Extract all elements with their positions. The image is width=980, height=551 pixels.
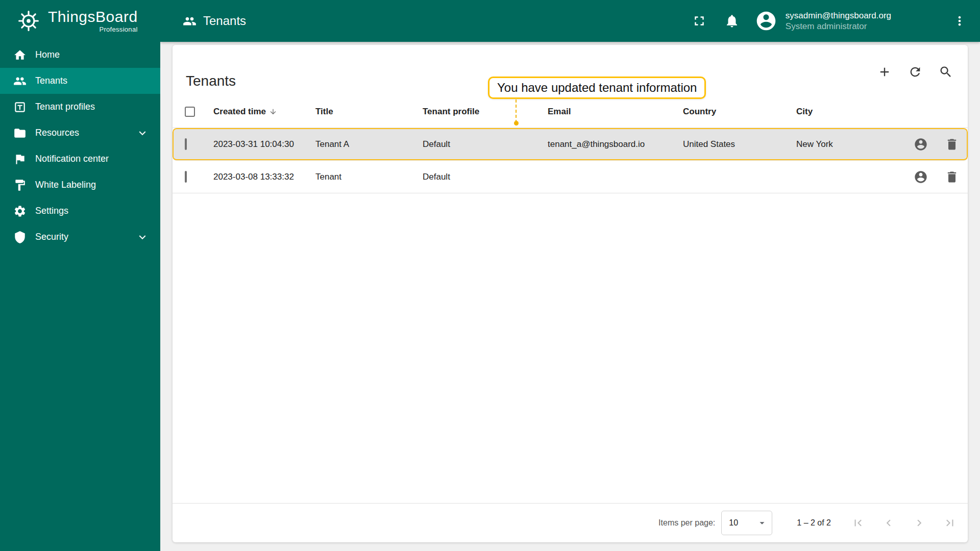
sidebar-item-label: White Labeling	[35, 180, 96, 190]
sidebar-item-notification-center[interactable]: Notification center	[0, 146, 160, 172]
refresh-icon[interactable]	[908, 65, 922, 79]
select-all-cell	[185, 107, 213, 117]
sort-arrow-down-icon	[269, 108, 277, 116]
cell-created-time: 2023-03-08 13:33:32	[213, 172, 315, 182]
row-actions	[888, 170, 960, 184]
shield-icon	[13, 231, 27, 244]
sidebar-item-label: Tenants	[35, 76, 67, 86]
column-header-label: Title	[315, 107, 333, 117]
tooltip-connector-line	[516, 99, 517, 123]
sidebar-item-label: Tenant profiles	[35, 102, 95, 112]
sidebar-item-label: Resources	[35, 128, 79, 138]
cell-country: United States	[683, 139, 796, 149]
sidebar-item-tenant-profiles[interactable]: Tenant profiles	[0, 94, 160, 120]
app: ThingsBoard Professional Home Tenants Te…	[0, 0, 980, 551]
page-title-text: Tenants	[203, 14, 246, 28]
row-actions	[888, 137, 960, 152]
column-header-country[interactable]: Country	[683, 107, 796, 117]
sidebar-item-settings[interactable]: Settings	[0, 198, 160, 224]
toast-tooltip: You have updated tenant information	[488, 77, 706, 99]
column-header-tenant-profile[interactable]: Tenant profile	[423, 107, 548, 117]
tenants-people-icon	[13, 74, 27, 88]
dropdown-caret-icon	[756, 517, 768, 529]
search-icon[interactable]	[939, 65, 953, 79]
column-header-email[interactable]: Email	[548, 107, 683, 117]
pagination-controls	[851, 516, 957, 530]
tenants-table: Created time Title Tenant profile Email …	[173, 96, 968, 193]
cell-tenant-profile: Default	[423, 172, 548, 182]
cell-title: Tenant	[315, 172, 423, 182]
home-icon	[13, 48, 27, 62]
table-pagination-bar: Items per page: 10 1 – 2 of 2	[173, 503, 968, 542]
fullscreen-icon[interactable]	[692, 13, 707, 29]
last-page-icon[interactable]	[943, 516, 957, 530]
manage-users-icon[interactable]	[914, 137, 928, 152]
select-all-checkbox[interactable]	[185, 107, 195, 117]
column-header-title[interactable]: Title	[315, 107, 423, 117]
sidebar-item-label: Settings	[35, 206, 68, 216]
table-row-tenant-a[interactable]: 2023-03-31 10:04:30 Tenant A Default ten…	[173, 128, 968, 161]
page-title: Tenants	[183, 14, 246, 28]
tenants-card: Tenants You have updated tenant informat…	[173, 45, 968, 542]
sidebar-item-label: Notification center	[35, 154, 109, 164]
tenant-profiles-icon	[13, 101, 27, 114]
cell-email: tenant_a@thingsboard.io	[548, 139, 683, 149]
column-header-label: Tenant profile	[423, 107, 479, 117]
brand-subtitle: Professional	[99, 26, 137, 33]
column-header-label: Country	[683, 107, 716, 117]
tenants-people-icon	[183, 14, 197, 28]
sidebar: ThingsBoard Professional Home Tenants Te…	[0, 0, 160, 551]
format-paint-icon	[13, 179, 27, 192]
column-header-city[interactable]: City	[796, 107, 888, 117]
card-toolbar	[877, 65, 953, 79]
user-role: System administrator	[786, 21, 891, 32]
sidebar-item-security[interactable]: Security	[0, 224, 160, 250]
add-tenant-icon[interactable]	[877, 65, 892, 79]
thingsboard-logo-icon	[16, 9, 41, 33]
next-page-icon[interactable]	[913, 516, 926, 530]
manage-users-icon[interactable]	[914, 170, 928, 184]
cell-title: Tenant A	[315, 139, 423, 149]
sidebar-item-home[interactable]: Home	[0, 42, 160, 68]
delete-trash-icon[interactable]	[945, 137, 959, 152]
more-vert-icon[interactable]	[952, 14, 967, 28]
column-header-created-time[interactable]: Created time	[213, 107, 315, 117]
card-title: Tenants	[186, 73, 236, 89]
row-checkbox[interactable]	[185, 138, 187, 150]
sidebar-item-tenants[interactable]: Tenants	[0, 68, 160, 94]
brand-text: ThingsBoard Professional	[48, 9, 138, 33]
sidebar-item-white-labeling[interactable]: White Labeling	[0, 172, 160, 198]
column-header-label: Email	[548, 107, 571, 117]
cell-city: New York	[796, 139, 888, 149]
top-bar: Tenants sysadmin@thingsboard.org System …	[160, 0, 980, 42]
column-header-label: City	[796, 107, 813, 117]
table-row-tenant[interactable]: 2023-03-08 13:33:32 Tenant Default	[173, 161, 968, 193]
top-bar-actions: sysadmin@thingsboard.org System administ…	[692, 10, 967, 32]
table-header-row: Created time Title Tenant profile Email …	[173, 96, 968, 128]
sidebar-item-label: Security	[35, 232, 68, 242]
notifications-bell-icon[interactable]	[724, 13, 740, 29]
user-menu[interactable]: sysadmin@thingsboard.org System administ…	[786, 10, 891, 32]
items-per-page-value: 10	[729, 518, 756, 528]
sidebar-item-label: Home	[35, 49, 60, 60]
items-per-page-label: Items per page:	[658, 518, 715, 528]
cell-created-time: 2023-03-31 10:04:30	[213, 139, 315, 149]
brand-name: ThingsBoard	[48, 9, 138, 24]
previous-page-icon[interactable]	[882, 516, 895, 530]
user-avatar[interactable]	[755, 10, 777, 32]
pagination-range: 1 – 2 of 2	[797, 518, 831, 528]
chevron-down-icon	[136, 127, 149, 140]
row-checkbox[interactable]	[185, 171, 187, 183]
sidebar-item-resources[interactable]: Resources	[0, 120, 160, 146]
items-per-page-select[interactable]: 10	[721, 511, 772, 535]
gear-icon	[13, 205, 27, 218]
sidebar-nav: Home Tenants Tenant profiles Resources N…	[0, 42, 160, 250]
delete-trash-icon[interactable]	[945, 170, 959, 184]
first-page-icon[interactable]	[851, 516, 865, 530]
brand-logo[interactable]: ThingsBoard Professional	[0, 0, 160, 42]
chevron-down-icon	[136, 231, 149, 244]
user-email: sysadmin@thingsboard.org	[786, 10, 891, 21]
flag-icon	[13, 153, 27, 166]
column-header-label: Created time	[213, 107, 266, 117]
folder-icon	[13, 127, 27, 140]
